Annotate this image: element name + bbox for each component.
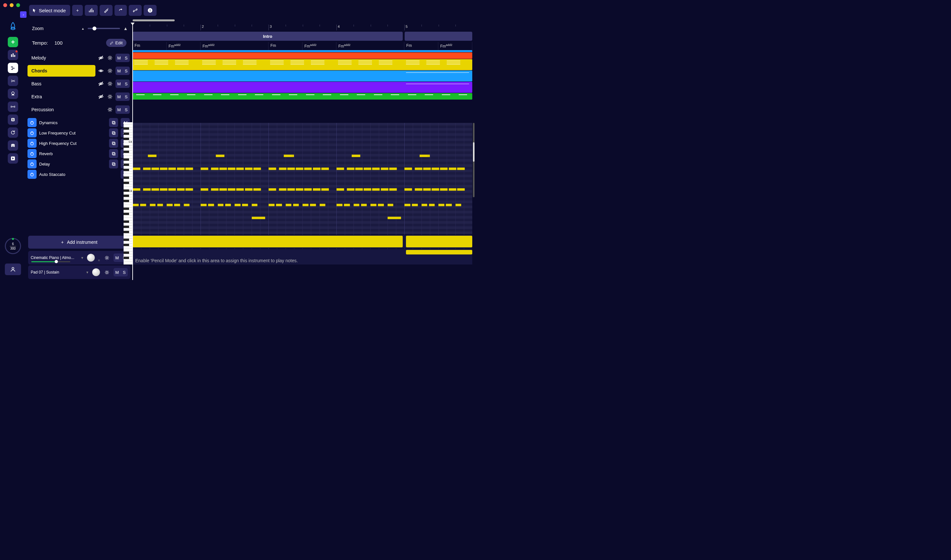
- midi-note[interactable]: [446, 204, 452, 206]
- solo-button[interactable]: S: [123, 67, 130, 75]
- midi-note[interactable]: [284, 155, 292, 157]
- midi-note[interactable]: [268, 168, 276, 170]
- pan-knob[interactable]: [92, 268, 100, 276]
- settings-icon[interactable]: [103, 269, 110, 276]
- cut-nav-button[interactable]: ✂: [8, 75, 18, 86]
- mute-button[interactable]: M: [114, 268, 121, 277]
- midi-note[interactable]: [253, 168, 261, 170]
- fx-copy-button[interactable]: [109, 159, 118, 168]
- section-next[interactable]: [405, 32, 472, 41]
- chord-cell[interactable]: Fmadd2: [200, 42, 268, 51]
- midi-note[interactable]: [361, 204, 367, 206]
- mute-button[interactable]: M: [116, 67, 123, 75]
- minimize-window-button[interactable]: [10, 3, 14, 7]
- close-window-button[interactable]: [3, 3, 7, 7]
- zoom-out-icon[interactable]: ▲: [81, 27, 85, 31]
- midi-note[interactable]: [219, 168, 227, 170]
- midi-note[interactable]: [143, 168, 151, 170]
- midi-note[interactable]: [387, 204, 394, 206]
- midi-note[interactable]: [355, 168, 363, 170]
- midi-note[interactable]: [219, 188, 227, 191]
- midi-note[interactable]: [372, 168, 380, 170]
- midi-note[interactable]: [364, 168, 371, 170]
- midi-note[interactable]: [321, 188, 329, 191]
- midi-note[interactable]: [432, 168, 439, 170]
- redo-tool-button[interactable]: [114, 5, 127, 16]
- midi-note[interactable]: [415, 168, 422, 170]
- midi-note[interactable]: [177, 188, 185, 191]
- midi-note[interactable]: [336, 188, 344, 191]
- midi-note[interactable]: [415, 188, 422, 191]
- account-button[interactable]: [5, 263, 21, 275]
- midi-note[interactable]: [287, 188, 295, 191]
- midi-note[interactable]: [151, 168, 159, 170]
- midi-note[interactable]: [296, 188, 304, 191]
- play-nav-button[interactable]: [8, 153, 18, 164]
- midi-note[interactable]: [347, 188, 355, 191]
- midi-note[interactable]: [296, 168, 304, 170]
- mute-button[interactable]: M: [116, 92, 123, 101]
- midi-note[interactable]: [449, 188, 456, 191]
- midi-note[interactable]: [457, 188, 465, 191]
- midi-note[interactable]: [133, 188, 140, 191]
- ruler-bar[interactable]: 2: [200, 25, 268, 31]
- fx-power-button[interactable]: [28, 118, 37, 127]
- sustain-lane-1[interactable]: [133, 235, 472, 248]
- extra-lane[interactable]: [133, 82, 472, 93]
- mute-button[interactable]: M: [114, 254, 121, 262]
- solo-button[interactable]: S: [121, 268, 128, 277]
- midi-note[interactable]: [351, 155, 360, 157]
- section-intro[interactable]: Intro: [133, 32, 403, 41]
- percussion-lane[interactable]: [133, 93, 472, 100]
- zoom-slider[interactable]: [88, 28, 120, 29]
- fx-power-button[interactable]: [28, 149, 37, 158]
- visibility-toggle[interactable]: [97, 93, 105, 100]
- midi-note[interactable]: [389, 188, 397, 191]
- midi-note[interactable]: [457, 168, 465, 170]
- midi-note[interactable]: [216, 155, 224, 157]
- chord-cell[interactable]: Fmadd2: [302, 42, 336, 51]
- volume-slider[interactable]: [31, 261, 70, 264]
- purchase-nav-button[interactable]: $: [8, 114, 18, 125]
- ruler-bar[interactable]: 5: [404, 25, 472, 31]
- fx-copy-button[interactable]: [109, 128, 118, 137]
- settings-icon[interactable]: [106, 54, 114, 62]
- midi-note[interactable]: [440, 188, 448, 191]
- midi-note[interactable]: [168, 168, 176, 170]
- select-mode-button[interactable]: Select mode: [29, 5, 70, 16]
- pan-knob[interactable]: [87, 254, 95, 262]
- piano-keyboard[interactable]: C4C3: [123, 122, 133, 265]
- instrument-row[interactable]: Pad 07 | Sustain▼MS: [28, 265, 130, 279]
- midi-note[interactable]: [440, 168, 448, 170]
- settings-icon[interactable]: [106, 106, 114, 113]
- midi-note[interactable]: [313, 188, 321, 191]
- midi-note[interactable]: [225, 204, 231, 206]
- midi-note[interactable]: [404, 168, 412, 170]
- midi-note[interactable]: [268, 204, 274, 206]
- midi-note[interactable]: [184, 204, 190, 206]
- settings-icon[interactable]: [106, 80, 114, 87]
- collapse-panel-button[interactable]: ›: [20, 11, 26, 18]
- midi-note[interactable]: [279, 188, 287, 191]
- track-name[interactable]: Chords: [28, 65, 96, 77]
- midi-note[interactable]: [279, 168, 287, 170]
- chord-cell[interactable]: Fmadd2: [438, 42, 472, 51]
- chord-cell[interactable]: Fmadd2: [166, 42, 200, 51]
- midi-note[interactable]: [304, 188, 312, 191]
- dropdown-icon[interactable]: ▼: [86, 271, 89, 274]
- midi-note[interactable]: [140, 204, 146, 206]
- midi-note[interactable]: [404, 204, 410, 206]
- midi-note[interactable]: [438, 204, 444, 206]
- midi-note[interactable]: [302, 204, 308, 206]
- link-tool-button[interactable]: [129, 5, 142, 16]
- ruler-bar[interactable]: 3: [268, 25, 336, 31]
- midi-note[interactable]: [423, 168, 431, 170]
- midi-note[interactable]: [287, 168, 295, 170]
- midi-note[interactable]: [321, 168, 329, 170]
- solo-button[interactable]: S: [123, 54, 130, 62]
- midi-note[interactable]: [148, 155, 156, 157]
- fx-copy-button[interactable]: [109, 139, 118, 148]
- midi-note[interactable]: [228, 188, 236, 191]
- midi-note[interactable]: [160, 168, 168, 170]
- midi-note[interactable]: [419, 155, 428, 157]
